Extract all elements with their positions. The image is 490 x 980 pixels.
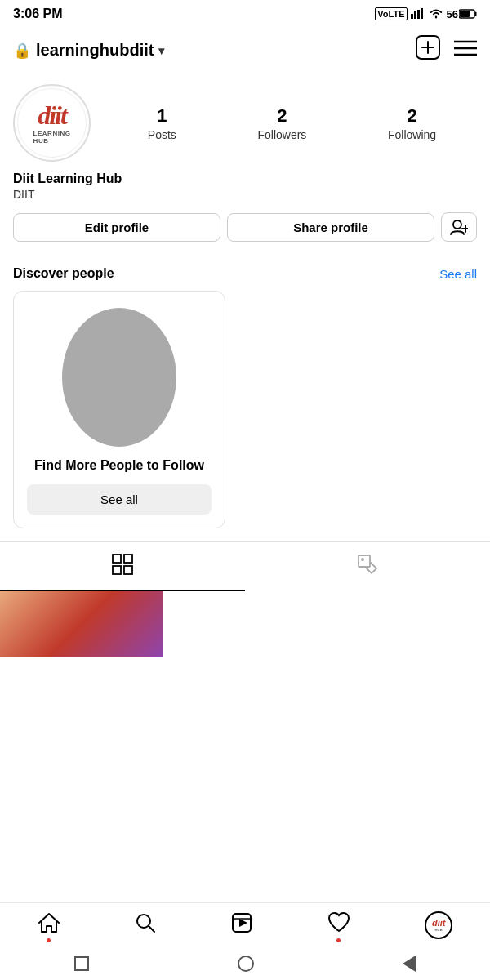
status-time: 3:06 PM: [13, 7, 62, 21]
posts-label: Posts: [148, 128, 176, 141]
discover-see-all-button[interactable]: See all: [27, 484, 212, 514]
menu-icon[interactable]: [454, 39, 477, 62]
header-actions: [415, 34, 477, 66]
followers-stat[interactable]: 2 Followers: [257, 105, 306, 141]
tab-tagged[interactable]: [245, 542, 490, 591]
signal-icon: [411, 7, 425, 21]
chevron-down-icon: ▾: [158, 44, 164, 57]
home-hardware-button[interactable]: [238, 956, 254, 972]
discover-title: Discover people: [13, 266, 114, 281]
following-count: 2: [407, 105, 416, 127]
profile-name: Diit Learning Hub: [13, 172, 477, 186]
back-button[interactable]: [403, 956, 416, 972]
following-label: Following: [388, 128, 436, 141]
posts-preview-row: [0, 591, 490, 657]
header: 🔒 learninghubdiit ▾: [0, 28, 490, 76]
status-icons: VoLTE 56: [375, 7, 477, 21]
svg-rect-18: [113, 566, 121, 574]
profile-section: diit LearningHub 1 Posts 2 Followers 2 F…: [0, 76, 490, 266]
tab-grid[interactable]: [0, 542, 245, 591]
discover-see-all-link[interactable]: See all: [439, 267, 477, 281]
recent-apps-button[interactable]: [74, 956, 89, 971]
volte-icon: VoLTE: [375, 7, 407, 20]
svg-rect-5: [475, 12, 477, 16]
followers-count: 2: [277, 105, 287, 127]
profile-buttons: Edit profile Share profile: [13, 212, 477, 242]
followers-label: Followers: [257, 128, 306, 141]
following-stat[interactable]: 2 Following: [388, 105, 436, 141]
discover-avatar-placeholder: [62, 308, 176, 447]
profile-handle: DIIT: [13, 188, 477, 201]
tag-icon: [357, 554, 378, 580]
stats-container: 1 Posts 2 Followers 2 Following: [107, 105, 477, 141]
bottom-nav: diit Hub: [0, 902, 490, 947]
posts-stat[interactable]: 1 Posts: [148, 105, 176, 141]
avatar[interactable]: diit LearningHub: [13, 84, 91, 162]
svg-rect-2: [417, 10, 420, 19]
grid-icon: [112, 554, 133, 580]
svg-point-13: [453, 220, 461, 229]
header-username: learninghubdiit: [36, 41, 154, 60]
svg-rect-19: [124, 566, 132, 574]
svg-rect-6: [460, 11, 470, 17]
battery-icon: 56: [447, 8, 477, 20]
svg-rect-1: [414, 11, 416, 19]
lock-icon: 🔒: [13, 42, 31, 60]
nav-activity[interactable]: [327, 912, 350, 939]
svg-line-23: [149, 926, 154, 932]
reels-icon: [231, 912, 252, 939]
discover-card-text: Find More People to Follow: [34, 457, 204, 474]
svg-marker-25: [239, 919, 247, 927]
add-post-icon[interactable]: [415, 34, 441, 66]
nav-search[interactable]: [135, 912, 156, 939]
nav-profile[interactable]: diit Hub: [425, 911, 452, 939]
tabs-row: [0, 541, 490, 591]
svg-rect-17: [124, 555, 132, 563]
discover-card: Find More People to Follow See all: [13, 291, 225, 528]
svg-rect-0: [411, 14, 413, 19]
posts-count: 1: [157, 105, 167, 127]
svg-rect-16: [113, 555, 121, 563]
heart-icon: [327, 912, 350, 939]
avatar-logo: diit: [38, 102, 66, 128]
avatar-subtitle: LearningHub: [33, 130, 71, 145]
svg-point-21: [361, 558, 364, 561]
header-username-section[interactable]: 🔒 learninghubdiit ▾: [13, 41, 164, 60]
svg-rect-20: [359, 555, 370, 567]
search-icon: [135, 912, 156, 939]
home-icon: [38, 912, 60, 939]
add-user-button[interactable]: [441, 212, 477, 242]
discover-section: Discover people See all Find More People…: [0, 266, 490, 528]
svg-rect-3: [421, 8, 423, 19]
wifi-icon: [429, 7, 443, 21]
nav-reels[interactable]: [231, 912, 252, 939]
activity-dot: [336, 938, 341, 942]
nav-home[interactable]: [38, 912, 60, 939]
profile-stats-row: diit LearningHub 1 Posts 2 Followers 2 F…: [13, 84, 477, 162]
android-nav: [0, 947, 490, 980]
edit-profile-button[interactable]: Edit profile: [13, 213, 220, 242]
home-dot: [47, 938, 51, 942]
post-thumbnail[interactable]: [0, 591, 163, 657]
profile-nav-avatar: diit Hub: [425, 911, 452, 939]
status-bar: 3:06 PM VoLTE 56: [0, 0, 490, 28]
share-profile-button[interactable]: Share profile: [227, 213, 434, 242]
discover-header: Discover people See all: [13, 266, 477, 281]
